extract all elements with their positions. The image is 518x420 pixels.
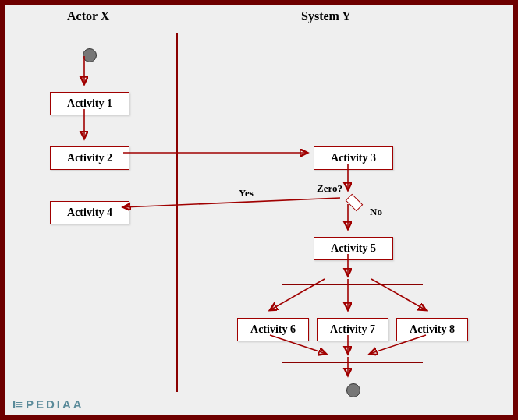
activity-4: Activity 4 — [50, 201, 130, 224]
join-bar — [282, 362, 423, 363]
decision-label: Zero? — [317, 182, 342, 195]
diagram-frame: Actor X System Y Activity 1 Activity 2 A… — [0, 0, 518, 420]
activity-5: Activity 5 — [314, 237, 393, 260]
swimlane-divider — [176, 33, 178, 392]
decision-yes: Yes — [239, 187, 254, 199]
activity-1: Activity 1 — [50, 92, 130, 115]
activity-7: Activity 7 — [317, 318, 388, 341]
decision-no: No — [370, 206, 382, 218]
decision-diamond — [346, 194, 364, 212]
lane-title-actor: Actor X — [67, 9, 109, 23]
start-node — [83, 48, 97, 62]
watermark: I≡PEDIAA — [12, 397, 84, 411]
activity-3: Activity 3 — [314, 146, 393, 170]
fork-bar — [282, 284, 423, 285]
lane-title-system: System Y — [301, 9, 351, 23]
svg-line-4 — [123, 198, 340, 207]
activity-6: Activity 6 — [237, 318, 309, 341]
activity-8: Activity 8 — [396, 318, 468, 341]
activity-2: Activity 2 — [50, 146, 130, 170]
end-node — [346, 383, 360, 397]
